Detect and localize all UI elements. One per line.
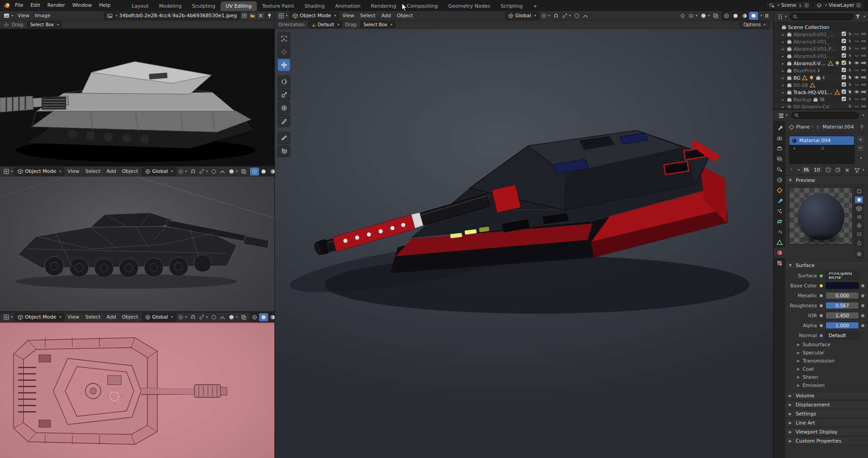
exclude-checkbox[interactable] — [841, 31, 846, 38]
preview-cube-button[interactable] — [854, 205, 863, 212]
blender-logo-icon[interactable] — [4, 2, 10, 9]
viewport-menu-select[interactable]: Select — [82, 313, 103, 321]
pin-icon[interactable] — [267, 13, 272, 19]
move-tool-button[interactable] — [278, 59, 290, 71]
snap-toggle[interactable] — [552, 12, 560, 19]
exclude-checkbox[interactable] — [841, 89, 846, 95]
render-visibility-toggle[interactable] — [861, 31, 866, 38]
viewport-menu-view[interactable]: View — [65, 313, 82, 321]
render-visibility-toggle[interactable] — [861, 38, 866, 45]
outliner-search-input[interactable] — [790, 13, 854, 20]
select-box-tool-button[interactable] — [278, 33, 290, 45]
disclosure-icon[interactable]: ▸ — [794, 146, 796, 150]
shading-material-preview-button[interactable] — [740, 12, 749, 20]
preview-sphere-button[interactable] — [854, 196, 863, 204]
show-viewport-toggle[interactable] — [854, 75, 859, 81]
image-new-button[interactable] — [241, 12, 248, 19]
image-editor-canvas[interactable] — [0, 29, 274, 166]
unlink-datablock-button[interactable] — [843, 166, 851, 174]
panel-line-art[interactable]: ▶Line Art — [785, 418, 868, 427]
selectable-toggle[interactable] — [848, 60, 853, 67]
properties-tab-object-data[interactable] — [774, 238, 784, 247]
expand-icon[interactable]: ▸ — [781, 33, 785, 37]
properties-editor-type-button[interactable]: ▾ — [777, 112, 789, 119]
properties-tab-particles[interactable] — [774, 206, 784, 215]
properties-tab-object[interactable] — [774, 186, 784, 195]
panel-volume[interactable]: ▶Volume — [785, 391, 868, 400]
workspace-tab-scripting[interactable]: Scripting — [495, 1, 528, 11]
exclude-checkbox[interactable] — [841, 82, 846, 88]
subsection-sheen[interactable]: ▶Sheen — [785, 373, 868, 381]
outliner-row-abramsx-v01[interactable]: ▸AbramsX-V01 — [774, 60, 868, 67]
grip-icon[interactable]: ☰ — [821, 146, 824, 150]
workspace-tab-compositing[interactable]: Compositing — [402, 1, 443, 11]
subsection-transmission[interactable]: ▶Transmission — [785, 357, 868, 365]
viewport-menu-select[interactable]: Select — [357, 12, 378, 19]
selectable-toggle[interactable] — [848, 82, 853, 88]
main-viewport-canvas[interactable] — [275, 29, 773, 458]
toggle-xray-button[interactable] — [240, 314, 248, 321]
preview-flat-button[interactable] — [854, 187, 863, 195]
breadcrumb-object[interactable]: Plane — [796, 124, 810, 130]
shading-sphere-select[interactable]: ▾ — [227, 168, 239, 175]
selectable-toggle[interactable] — [848, 67, 853, 74]
outliner-display-mode-select[interactable]: ▾ — [776, 13, 788, 20]
preview-shaderball-button[interactable] — [854, 222, 863, 229]
workspace-tab-modeling[interactable]: Modeling — [154, 1, 187, 11]
workspace-tab-geometry-nodes[interactable]: Geometry Nodes — [443, 1, 495, 11]
filter-icon[interactable] — [855, 14, 860, 19]
scene-selector[interactable]: ▾ Scene — [766, 1, 813, 10]
node-socket-icon[interactable] — [819, 284, 823, 288]
fake-user-shield-button[interactable] — [824, 166, 832, 174]
topbar-menu-window[interactable]: Window — [69, 1, 95, 10]
render-visibility-toggle[interactable] — [861, 75, 866, 81]
node-socket-icon[interactable] — [819, 334, 823, 338]
panel-displacement[interactable]: ▶Displacement — [785, 400, 868, 409]
outliner-row-backup[interactable]: ▸Backup58 — [774, 96, 868, 103]
scale-tool-button[interactable] — [278, 89, 290, 101]
topbar-menu-edit[interactable]: Edit — [27, 1, 43, 10]
expand-icon[interactable]: ▸ — [781, 62, 785, 66]
proportional-editing-toggle[interactable] — [573, 12, 581, 19]
workspace-tab-uv-editing[interactable]: UV Editing — [221, 1, 256, 11]
editor-type-3d-viewport-button[interactable]: ▾ — [277, 12, 289, 19]
workspace-tab-animation[interactable]: Animation — [330, 1, 365, 11]
properties-search-input[interactable] — [791, 112, 859, 119]
selectable-toggle[interactable] — [848, 96, 853, 103]
metallic-slider[interactable]: 0.000 — [826, 292, 859, 299]
node-socket-icon[interactable] — [819, 274, 823, 278]
exclude-checkbox[interactable] — [841, 38, 846, 45]
transform-tool-button[interactable] — [278, 102, 290, 114]
expand-icon[interactable]: ▸ — [781, 54, 785, 58]
preview-cloth-button[interactable] — [854, 230, 863, 238]
workspace-tab-rendering[interactable]: Rendering — [366, 1, 401, 11]
panel-settings[interactable]: ▶Settings — [785, 409, 868, 418]
add-cube-tool-button[interactable] — [278, 145, 290, 157]
exclude-checkbox[interactable] — [841, 67, 846, 74]
image-menu-image[interactable]: Image — [32, 12, 53, 19]
outliner-row-bg[interactable]: ▸BG4 — [774, 74, 868, 81]
node-socket-icon[interactable] — [819, 314, 823, 318]
shading-sphere-select[interactable]: ▾ — [699, 12, 711, 19]
viewport-menu-object[interactable]: Object — [394, 12, 416, 19]
measure-tool-button[interactable] — [278, 132, 290, 144]
viewlayer-selector[interactable]: ▾ ViewLayer — [813, 1, 864, 10]
keyframe-dot-icon[interactable] — [861, 314, 864, 317]
show-viewport-toggle[interactable] — [854, 89, 859, 96]
transform-orientation-select[interactable]: Global▾ — [505, 12, 539, 20]
normal-dropdown[interactable]: Default — [826, 332, 859, 339]
properties-tab-output[interactable] — [774, 144, 784, 153]
keyframe-dot-icon[interactable] — [861, 304, 864, 307]
drag-mode-select[interactable]: Select Box▾ — [27, 21, 62, 28]
pivot-point-select[interactable]: ▾ — [540, 12, 552, 19]
viewport-menu-object[interactable]: Object — [119, 167, 141, 175]
subsection-specular[interactable]: ▶Specular — [785, 348, 868, 357]
workspace-tab-layout[interactable]: Layout — [127, 1, 153, 11]
image-unlink-button[interactable] — [257, 12, 264, 19]
add-slot-button[interactable]: ＋ — [857, 136, 864, 143]
preview-panel-header[interactable]: ▼ Preview — [785, 176, 868, 185]
properties-tab-material[interactable] — [774, 248, 784, 257]
render-visibility-toggle[interactable] — [861, 60, 866, 67]
hide-viewport-toggle[interactable] — [854, 31, 859, 38]
expand-icon[interactable]: ▸ — [781, 47, 785, 51]
